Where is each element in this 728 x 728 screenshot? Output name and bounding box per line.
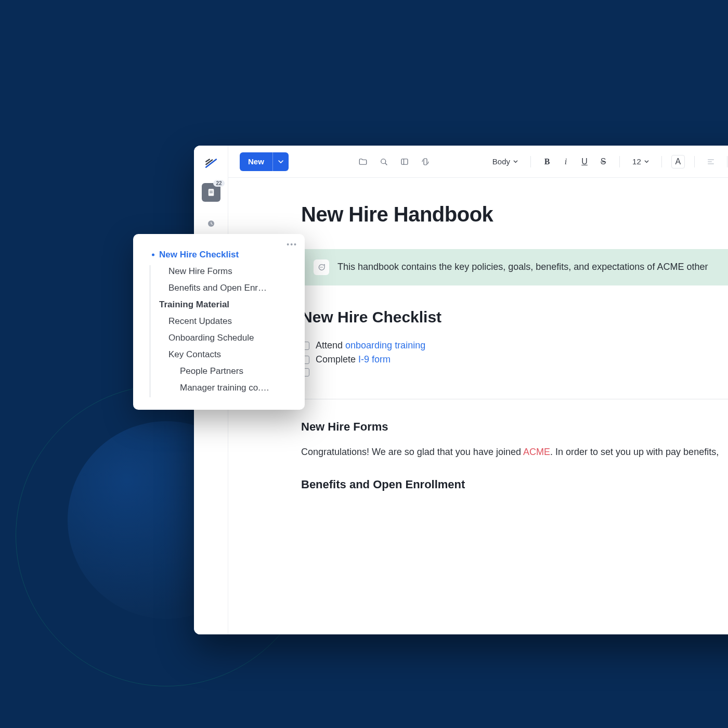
rail-history-icon[interactable] (202, 214, 220, 233)
svg-point-7 (320, 267, 320, 267)
new-button-dropdown[interactable] (272, 152, 289, 171)
svg-point-8 (321, 267, 321, 267)
svg-rect-5 (401, 159, 408, 164)
new-button-label: New (240, 152, 272, 171)
font-size-value: 12 (632, 157, 641, 166)
checklist-item-empty[interactable] (301, 367, 728, 378)
checklist-link[interactable]: I-9 form (358, 354, 391, 365)
panel-icon[interactable] (398, 155, 411, 168)
section-benefits-heading[interactable]: Benefits and Open Enrollment (301, 478, 728, 491)
toolbar: New (228, 146, 728, 178)
checklist-item[interactable]: Complete I-9 form (301, 353, 728, 367)
outline-item[interactable]: Manager training co.… (142, 380, 294, 396)
outline-item[interactable]: New Hire Checklist (142, 246, 294, 263)
outline-panel: ••• New Hire ChecklistNew Hire FormsBene… (133, 234, 305, 410)
search-icon[interactable] (377, 155, 391, 168)
forms-paragraph[interactable]: Congratulations! We are so glad that you… (301, 444, 728, 460)
new-button[interactable]: New (240, 152, 289, 171)
section-checklist-heading[interactable]: New Hire Checklist (301, 308, 728, 326)
paragraph-style-select[interactable]: Body (489, 155, 521, 168)
outline-item[interactable]: People Partners (142, 363, 294, 380)
font-size-select[interactable]: 12 (629, 155, 652, 168)
checklist-link[interactable]: onboarding training (345, 340, 425, 350)
comment-icon (314, 259, 329, 275)
svg-rect-1 (210, 191, 213, 191)
strikethrough-button[interactable]: S (596, 155, 610, 168)
folder-icon[interactable] (356, 155, 370, 168)
italic-button[interactable]: i (559, 155, 573, 168)
checklist-text: Complete (316, 354, 358, 365)
svg-rect-2 (210, 192, 213, 193)
outline-item[interactable]: New Hire Forms (142, 263, 294, 280)
section-forms-heading[interactable]: New Hire Forms (301, 420, 728, 434)
chevron-down-icon (644, 159, 649, 164)
highlighted-text: ACME (523, 447, 550, 457)
svg-point-4 (381, 159, 386, 163)
rail-documents-icon[interactable]: 22 (202, 183, 220, 202)
callout-block[interactable]: This handbook contains the key policies,… (301, 249, 728, 285)
checklist: Attend onboarding training Complete I-9 … (301, 339, 728, 378)
outline-item[interactable]: Onboarding Schedule (142, 330, 294, 346)
callout-text: This handbook contains the key policies,… (337, 259, 708, 275)
toolbar-file-group (356, 155, 432, 168)
svg-point-9 (322, 267, 322, 267)
underline-button[interactable]: U (578, 155, 591, 168)
chevron-down-icon (513, 159, 518, 164)
paragraph-style-label: Body (492, 157, 510, 166)
checklist-item[interactable]: Attend onboarding training (301, 339, 728, 353)
svg-rect-6 (424, 159, 427, 165)
divider (301, 399, 728, 399)
outline-item[interactable]: Recent Updates (142, 313, 294, 330)
doc-title[interactable]: New Hire Handbook (301, 203, 728, 226)
app-logo-icon[interactable] (204, 156, 218, 171)
checklist-text: Attend (316, 340, 345, 350)
outline-item[interactable]: Benefits and Open Enr… (142, 280, 294, 296)
align-button[interactable] (704, 155, 718, 168)
rail-documents-badge: 22 (213, 180, 224, 187)
outline-item[interactable]: Key Contacts (142, 346, 294, 363)
text-color-button[interactable]: A (671, 155, 685, 168)
bold-button[interactable]: B (540, 155, 554, 168)
outline-item[interactable]: Training Material (142, 296, 294, 313)
phone-rotate-icon[interactable] (419, 155, 432, 168)
